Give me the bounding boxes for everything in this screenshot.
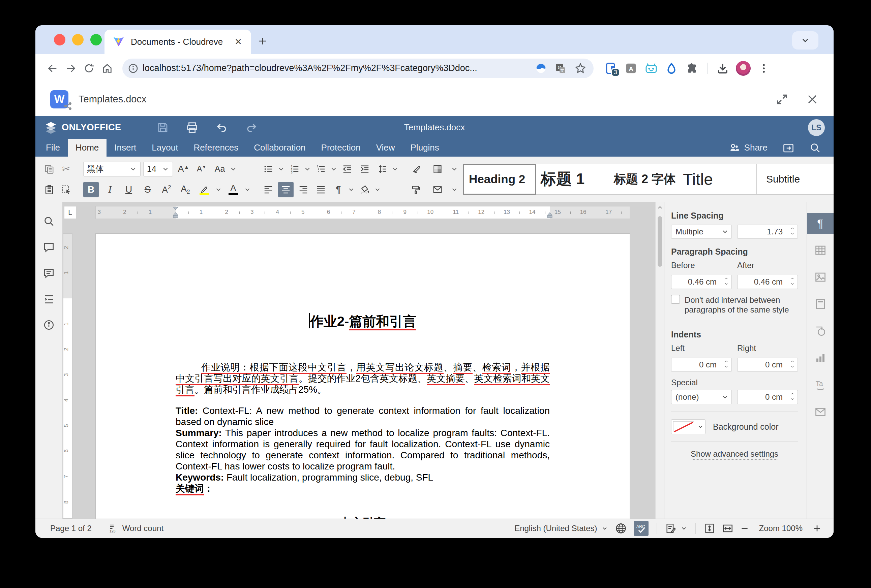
browser-tab[interactable]: Documents - Cloudreve ✕: [105, 30, 251, 54]
clear-style-button[interactable]: [408, 161, 424, 177]
shading-color-chevron[interactable]: [450, 166, 458, 173]
page-indicator[interactable]: Page 1 of 2: [50, 524, 92, 533]
document-scrollbar[interactable]: [655, 202, 664, 519]
nonprinting-chevron[interactable]: [347, 186, 355, 193]
background-color-picker[interactable]: [671, 419, 705, 434]
menu-tab-layout[interactable]: Layout: [144, 139, 186, 157]
maximize-window-button[interactable]: [90, 34, 102, 45]
document-paragraph[interactable]: Title: Context-FL: A new method to gener…: [176, 405, 550, 427]
style-preset[interactable]: 标题 1: [536, 164, 609, 195]
font-color-chevron[interactable]: [244, 186, 251, 193]
sidebar-extension-icon[interactable]: 3: [604, 61, 618, 75]
horizontal-ruler[interactable]: 1231234567891011121314151617: [96, 206, 630, 219]
fit-page-icon[interactable]: [704, 523, 715, 534]
decrease-font-size-button[interactable]: A▼: [194, 161, 210, 177]
numbered-list-button[interactable]: 123: [287, 161, 302, 177]
font-size-select[interactable]: 14: [143, 162, 173, 176]
image-settings-tab[interactable]: [807, 267, 834, 288]
copy-button[interactable]: [42, 161, 57, 177]
water-drop-extension-icon[interactable]: [664, 61, 678, 75]
tab-search-chevron-button[interactable]: [792, 31, 819, 49]
search-icon[interactable]: [809, 142, 821, 154]
header-footer-settings-tab[interactable]: [807, 294, 834, 315]
align-right-button[interactable]: [296, 182, 311, 197]
mail-merge-button[interactable]: [430, 182, 445, 197]
font-name-select[interactable]: 黑体: [83, 162, 141, 176]
home-button[interactable]: [99, 61, 115, 76]
document-body[interactable]: 作业说明：根据下面这段中文引言，用英文写出论文标题、摘要、检索词，并根据中文引言…: [176, 362, 550, 519]
style-preset[interactable]: Title: [678, 164, 757, 195]
zoom-in-icon[interactable]: [813, 524, 822, 533]
reader-wave-icon[interactable]: [535, 62, 547, 75]
bookmark-star-icon[interactable]: [574, 62, 587, 75]
menu-tab-insert[interactable]: Insert: [106, 139, 144, 157]
copy-style-button[interactable]: [408, 182, 424, 197]
style-preset[interactable]: 标题 2 字体: [609, 164, 678, 195]
language-selector[interactable]: English (United States): [514, 524, 608, 533]
document-page[interactable]: 作业2-篇前和引言 作业说明：根据下面这段中文引言，用英文写出论文标题、摘要、检…: [96, 233, 630, 519]
close-window-button[interactable]: [54, 34, 65, 45]
zoom-out-icon[interactable]: [740, 524, 749, 533]
shape-settings-tab[interactable]: [807, 321, 834, 342]
reload-button[interactable]: [81, 61, 97, 76]
italic-button[interactable]: I: [102, 182, 118, 197]
table-shading-color-button[interactable]: [430, 161, 445, 177]
no-interval-checkbox[interactable]: [671, 295, 680, 304]
print-icon[interactable]: [186, 121, 199, 134]
spell-check-button[interactable]: ABC: [634, 521, 648, 536]
share-button[interactable]: Share: [729, 142, 768, 154]
bullet-list-chevron[interactable]: [277, 166, 285, 173]
strikethrough-button[interactable]: S: [140, 182, 156, 197]
document-paragraph[interactable]: 作业说明：根据下面这段中文引言，用英文写出论文标题、摘要、检索词，并根据中文引言…: [176, 362, 550, 395]
find-icon[interactable]: [43, 215, 55, 227]
change-case-button[interactable]: Aa: [212, 161, 227, 177]
change-case-chevron[interactable]: [229, 166, 237, 173]
back-button[interactable]: [45, 61, 60, 76]
a-extension-icon[interactable]: A: [624, 61, 638, 75]
line-spacing-chevron[interactable]: [391, 166, 399, 173]
select-all-button[interactable]: [58, 182, 74, 197]
shading-button[interactable]: [357, 182, 373, 197]
undo-icon[interactable]: [216, 121, 228, 134]
open-file-location-icon[interactable]: [782, 142, 795, 154]
about-info-icon[interactable]: [43, 319, 55, 331]
align-center-button[interactable]: [278, 182, 293, 197]
document-workspace[interactable]: L 1231234567891011121314151617 121234567…: [62, 202, 664, 519]
multilevel-list-chevron[interactable]: [330, 166, 337, 173]
show-advanced-settings-link[interactable]: Show advanced settings: [671, 449, 798, 459]
user-avatar[interactable]: LS: [808, 119, 825, 136]
chart-settings-tab[interactable]: [807, 348, 834, 369]
zoom-level-label[interactable]: Zoom 100%: [759, 524, 802, 533]
style-preset[interactable]: Subtitle: [756, 164, 834, 195]
bullet-list-button[interactable]: [260, 161, 276, 177]
menu-tab-view[interactable]: View: [368, 139, 403, 157]
superscript-button[interactable]: A2: [159, 182, 174, 197]
paragraph-settings-tab[interactable]: ¶: [807, 213, 834, 234]
scrollbar-thumb[interactable]: [658, 216, 662, 267]
tab-close-icon[interactable]: ✕: [232, 36, 244, 48]
line-spacing-value-spinner[interactable]: 1.73: [737, 225, 798, 239]
highlight-color-chevron[interactable]: [215, 186, 222, 193]
translate-icon[interactable]: G文: [554, 62, 567, 75]
set-document-language-icon[interactable]: [615, 522, 627, 534]
menu-tab-collaboration[interactable]: Collaboration: [246, 139, 313, 157]
justify-button[interactable]: [313, 182, 329, 197]
expand-icon[interactable]: [775, 93, 789, 106]
special-indent-spinner[interactable]: 0 cm: [737, 390, 798, 404]
close-icon[interactable]: [806, 93, 819, 106]
document-paragraph[interactable]: 关键词：: [176, 483, 550, 494]
nonprinting-characters-button[interactable]: ¶: [331, 182, 346, 197]
shading-chevron[interactable]: [374, 186, 381, 193]
tv-extension-icon[interactable]: [644, 61, 658, 75]
menu-tab-plugins[interactable]: Plugins: [403, 139, 447, 157]
tab-stop-selector[interactable]: L: [64, 206, 76, 219]
no-interval-checkbox-label[interactable]: Don't add interval between paragraphs of…: [685, 295, 789, 315]
multilevel-list-button[interactable]: 1: [313, 161, 329, 177]
numbered-list-chevron[interactable]: [304, 166, 311, 173]
table-settings-tab[interactable]: [807, 240, 834, 261]
redo-icon[interactable]: [245, 121, 258, 134]
menu-tab-file[interactable]: File: [38, 139, 68, 157]
address-bar[interactable]: localhost:5173/home?path=cloudreve%3A%2F…: [122, 58, 594, 78]
extensions-puzzle-icon[interactable]: [685, 61, 699, 75]
track-changes-button[interactable]: [665, 523, 687, 534]
